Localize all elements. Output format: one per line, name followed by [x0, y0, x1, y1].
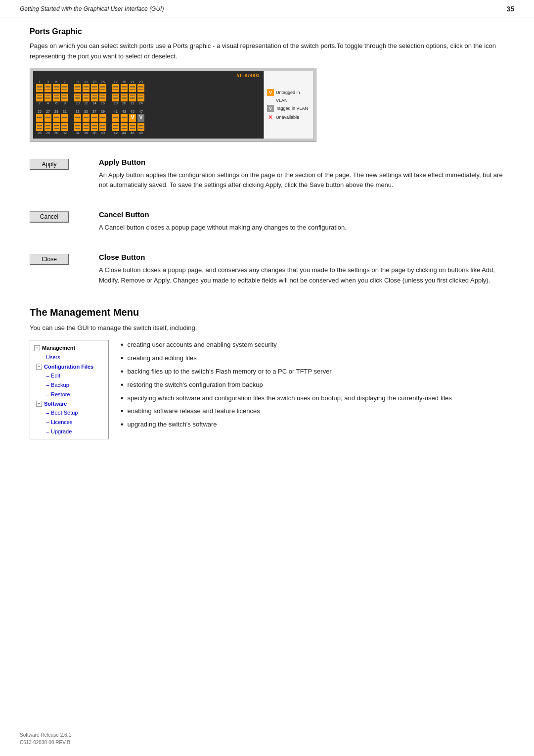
close-button[interactable]: Close: [30, 254, 69, 265]
port-icon[interactable]: [121, 84, 128, 92]
port-icon[interactable]: [99, 84, 106, 92]
tree-item-users[interactable]: ‒ Users: [34, 353, 104, 362]
port-icon[interactable]: [83, 84, 89, 92]
port-group[interactable]: 9: [74, 80, 81, 92]
port-group[interactable]: 47 V: [137, 110, 144, 122]
port-group[interactable]: 13: [91, 80, 98, 92]
port-group[interactable]: 27: [44, 110, 51, 122]
port-group[interactable]: 35: [83, 110, 89, 122]
port-icon[interactable]: [99, 114, 106, 122]
port-group[interactable]: 31: [61, 110, 68, 122]
port-group[interactable]: 15: [99, 80, 106, 92]
port-icon-v[interactable]: V: [129, 114, 136, 122]
port-group[interactable]: 33: [74, 110, 81, 122]
tree-item-edit[interactable]: ‒ Edit: [34, 371, 104, 380]
port-group[interactable]: 10: [74, 94, 81, 105]
port-group[interactable]: 24: [137, 94, 144, 105]
port-icon[interactable]: [121, 123, 128, 131]
port-group[interactable]: 18: [112, 94, 119, 105]
port-icon[interactable]: [83, 114, 89, 122]
port-group[interactable]: 42: [112, 123, 119, 135]
port-group[interactable]: 43: [121, 110, 128, 122]
port-group[interactable]: 4: [44, 94, 51, 105]
port-group[interactable]: 25: [36, 110, 43, 122]
port-icon[interactable]: [36, 114, 43, 122]
port-icon[interactable]: [91, 114, 98, 122]
port-icon-v-vlan[interactable]: V: [137, 114, 144, 122]
port-group[interactable]: 39: [99, 110, 106, 122]
port-icon[interactable]: [137, 84, 144, 92]
tree-software-icon[interactable]: −: [36, 401, 42, 407]
port-icon[interactable]: [44, 114, 51, 122]
port-group[interactable]: 21: [129, 80, 136, 92]
port-icon[interactable]: [99, 94, 106, 101]
port-group[interactable]: 16: [99, 94, 106, 105]
port-icon[interactable]: [44, 123, 51, 131]
tree-config-icon[interactable]: −: [36, 364, 42, 370]
port-icon[interactable]: [36, 94, 43, 101]
port-group[interactable]: 19: [121, 80, 128, 92]
port-group[interactable]: 28: [44, 123, 51, 135]
port-group[interactable]: 48: [137, 123, 144, 135]
port-icon[interactable]: [53, 84, 60, 92]
port-icon[interactable]: [112, 123, 119, 131]
port-icon[interactable]: [44, 84, 51, 92]
port-icon[interactable]: [112, 114, 119, 122]
port-icon[interactable]: [53, 114, 60, 122]
port-icon[interactable]: [129, 94, 136, 101]
port-icon[interactable]: [112, 94, 119, 101]
tree-group-software[interactable]: − Software: [34, 399, 104, 409]
port-icon[interactable]: [61, 114, 68, 122]
port-group[interactable]: 36: [83, 123, 89, 135]
port-group[interactable]: 2: [36, 94, 43, 105]
port-group[interactable]: 26: [36, 123, 43, 135]
port-icon[interactable]: [44, 94, 51, 101]
port-group[interactable]: 32: [61, 123, 68, 135]
tree-item-backup[interactable]: ‒ Backup: [34, 380, 104, 390]
port-icon[interactable]: [112, 84, 119, 92]
port-group[interactable]: 37: [91, 110, 98, 122]
port-group[interactable]: 3: [44, 80, 51, 92]
port-group[interactable]: 1: [36, 80, 43, 92]
port-icon[interactable]: [53, 123, 60, 131]
port-group[interactable]: 5: [53, 80, 60, 92]
port-group[interactable]: 46: [129, 123, 136, 135]
port-icon[interactable]: [61, 123, 68, 131]
port-icon[interactable]: [91, 94, 98, 101]
port-group[interactable]: 41: [112, 110, 119, 122]
port-icon[interactable]: [137, 94, 144, 101]
port-icon[interactable]: [83, 123, 89, 131]
apply-button[interactable]: Apply: [30, 159, 69, 170]
port-group[interactable]: 44: [121, 123, 128, 135]
port-icon[interactable]: [121, 114, 128, 122]
port-group[interactable]: 22: [129, 94, 136, 105]
port-icon[interactable]: [91, 123, 98, 131]
tree-group-configuration[interactable]: − Configuration Files: [34, 362, 104, 372]
port-icon[interactable]: [129, 123, 136, 131]
port-icon[interactable]: [74, 123, 81, 131]
port-icon[interactable]: [36, 123, 43, 131]
port-group[interactable]: 38: [91, 123, 98, 135]
port-icon[interactable]: [121, 94, 128, 101]
port-group[interactable]: 20: [121, 94, 128, 105]
port-icon[interactable]: [61, 84, 68, 92]
port-group[interactable]: 40: [99, 123, 106, 135]
port-icon[interactable]: [137, 123, 144, 131]
port-icon[interactable]: [83, 94, 89, 101]
port-icon[interactable]: [61, 94, 68, 101]
tree-item-restore[interactable]: ‒ Restore: [34, 390, 104, 399]
port-group[interactable]: 29: [53, 110, 60, 122]
tree-item-bootsetup[interactable]: ‒ Boot Setup: [34, 408, 104, 418]
port-group[interactable]: 45 V: [129, 110, 136, 122]
port-icon[interactable]: [129, 84, 136, 92]
port-group[interactable]: 14: [91, 94, 98, 105]
tree-collapse-icon[interactable]: −: [34, 345, 40, 351]
cancel-button[interactable]: Cancel: [30, 211, 69, 223]
port-group[interactable]: 6: [53, 94, 60, 105]
tree-item-upgrade[interactable]: ‒ Upgrade: [34, 427, 104, 436]
port-group[interactable]: 7: [61, 80, 68, 92]
port-icon[interactable]: [91, 84, 98, 92]
port-icon[interactable]: [74, 114, 81, 122]
port-icon[interactable]: [74, 84, 81, 92]
port-group[interactable]: 34: [74, 123, 81, 135]
